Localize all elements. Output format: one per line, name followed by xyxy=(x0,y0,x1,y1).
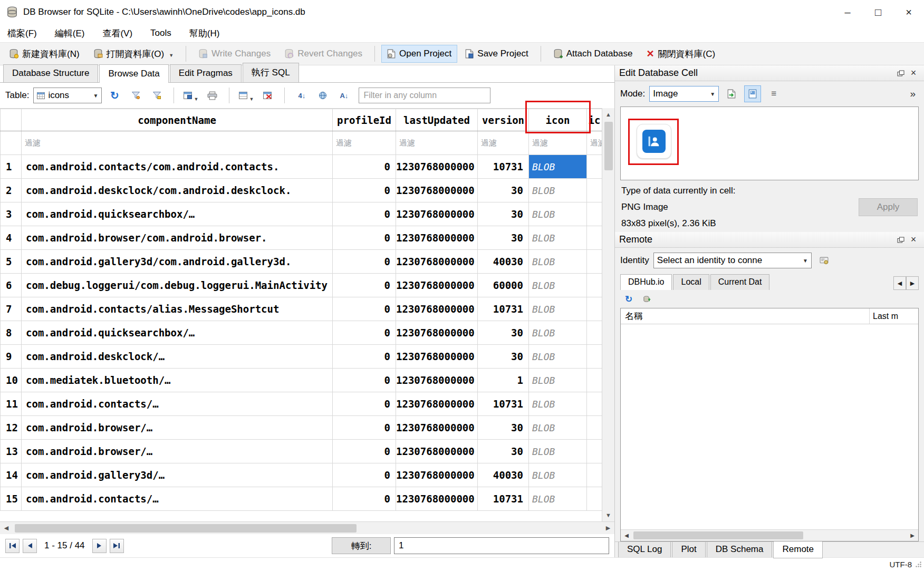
cell-icon[interactable]: BLOB xyxy=(529,463,587,487)
edit-order-button[interactable]: A↓ xyxy=(335,87,352,104)
cell-componentName[interactable]: com.android.contacts/… xyxy=(22,392,333,416)
cell-lastUpdated[interactable]: 1230768000000 xyxy=(396,321,478,345)
column-header-version[interactable]: version xyxy=(478,109,529,131)
open-project-button[interactable]: Open Project xyxy=(381,45,457,63)
cell-componentName[interactable]: com.android.gallery3d/… xyxy=(22,463,333,487)
cell-overflow[interactable] xyxy=(587,274,602,297)
row-number[interactable]: 6 xyxy=(1,274,22,297)
tab-local[interactable]: Local xyxy=(673,274,709,290)
toolbar-overflow-icon[interactable]: » xyxy=(907,88,919,100)
row-number[interactable]: 3 xyxy=(1,202,22,226)
cell-version[interactable]: 40030 xyxy=(478,463,529,487)
cell-profileId[interactable]: 0 xyxy=(333,392,396,416)
cell-componentName[interactable]: com.android.browser/… xyxy=(22,440,333,463)
cell-profileId[interactable]: 0 xyxy=(333,274,396,297)
identity-select[interactable]: Select an identity to conne ▼ xyxy=(653,253,812,268)
scroll-right-icon[interactable]: ▶ xyxy=(602,522,614,535)
float-panel-icon[interactable] xyxy=(894,67,907,79)
cell-lastUpdated[interactable]: 1230768000000 xyxy=(396,487,478,511)
cell-overflow[interactable] xyxy=(587,487,602,511)
cell-version[interactable]: 60000 xyxy=(478,274,529,297)
cell-lastUpdated[interactable]: 1230768000000 xyxy=(396,416,478,440)
cell-version[interactable]: 1 xyxy=(478,369,529,392)
first-record-button[interactable] xyxy=(5,539,20,553)
row-number[interactable]: 1 xyxy=(1,155,22,179)
cell-overflow[interactable] xyxy=(587,155,602,179)
row-number[interactable]: 14 xyxy=(1,463,22,487)
cell-icon[interactable]: BLOB xyxy=(529,345,587,369)
import-data-button[interactable] xyxy=(723,85,740,102)
cell-version[interactable]: 30 xyxy=(478,416,529,440)
image-view-button[interactable] xyxy=(744,85,761,102)
cell-componentName[interactable]: com.android.contacts/… xyxy=(22,487,333,511)
cell-profileId[interactable]: 0 xyxy=(333,440,396,463)
row-number[interactable]: 5 xyxy=(1,250,22,274)
cell-overflow[interactable] xyxy=(587,463,602,487)
cell-version[interactable]: 30 xyxy=(478,202,529,226)
scroll-up-icon[interactable]: ▲ xyxy=(602,108,615,121)
cell-componentName[interactable]: com.android.deskclock/com.android.deskcl… xyxy=(22,179,333,202)
column-filter-icon[interactable]: 過濾 xyxy=(529,131,587,155)
save-project-button[interactable]: Save Project xyxy=(459,45,534,63)
maximize-button[interactable]: □ xyxy=(863,0,893,24)
sort-asc-button[interactable]: 4↓ xyxy=(293,87,310,104)
cell-componentName[interactable]: com.android.contacts/com.android.contact… xyxy=(22,155,333,179)
cell-icon[interactable]: BLOB xyxy=(529,179,587,202)
row-number[interactable]: 10 xyxy=(1,369,22,392)
cell-componentName[interactable]: com.debug.loggerui/com.debug.loggerui.Ma… xyxy=(22,274,333,297)
scrollbar-thumb[interactable] xyxy=(604,122,613,170)
save-filter-button[interactable] xyxy=(148,87,165,104)
dock-tab-db-schema[interactable]: DB Schema xyxy=(707,542,773,558)
scrollbar-thumb[interactable] xyxy=(15,524,357,533)
cell-profileId[interactable]: 0 xyxy=(333,250,396,274)
cell-componentName[interactable]: com.android.quicksearchbox/… xyxy=(22,321,333,345)
cell-profileId[interactable]: 0 xyxy=(333,202,396,226)
write-changes-button[interactable]: Write Changes xyxy=(192,45,276,63)
horizontal-scrollbar[interactable]: ◀ ▶ xyxy=(0,521,614,534)
open-db-dropdown-icon[interactable]: ▼ xyxy=(169,53,174,60)
cell-overflow[interactable] xyxy=(587,179,602,202)
dock-tab-plot[interactable]: Plot xyxy=(672,542,705,558)
cell-componentName[interactable]: com.android.contacts/alias.MessageShortc… xyxy=(22,297,333,321)
cell-icon[interactable]: BLOB xyxy=(529,440,587,463)
cell-profileId[interactable]: 0 xyxy=(333,345,396,369)
previous-record-button[interactable] xyxy=(23,539,37,553)
remote-horizontal-scrollbar[interactable]: ◀ ▶ xyxy=(621,529,918,541)
cell-profileId[interactable]: 0 xyxy=(333,226,396,250)
tab-current-database[interactable]: Current Dat xyxy=(710,274,770,290)
remote-refresh-button[interactable]: ↻ xyxy=(622,293,635,305)
apply-button[interactable]: Apply xyxy=(859,198,918,216)
menu-view[interactable]: 查看(V) xyxy=(100,26,134,41)
cell-version[interactable]: 10731 xyxy=(478,297,529,321)
cell-overflow[interactable] xyxy=(587,369,602,392)
refresh-button[interactable]: ↻ xyxy=(106,87,123,104)
cell-icon[interactable]: BLOB xyxy=(529,250,587,274)
cell-version[interactable]: 30 xyxy=(478,440,529,463)
attach-database-button[interactable]: Attach Database xyxy=(547,45,639,63)
cell-version[interactable]: 10731 xyxy=(478,392,529,416)
open-database-button[interactable]: 打開資料庫(O) ▼ xyxy=(88,44,179,64)
column-header-profileId[interactable]: profileId xyxy=(333,109,396,131)
encoding-indicator[interactable]: UTF-8 xyxy=(890,560,912,569)
cell-profileId[interactable]: 0 xyxy=(333,155,396,179)
delete-record-button[interactable] xyxy=(259,87,276,104)
column-filter-ic[interactable]: 過濾 xyxy=(587,131,602,155)
column-filter-componentName[interactable]: 過濾 xyxy=(22,131,333,155)
cell-icon[interactable]: BLOB xyxy=(529,416,587,440)
insert-record-button[interactable]: ▼ xyxy=(238,87,255,104)
cell-profileId[interactable]: 0 xyxy=(333,369,396,392)
remote-list-body[interactable] xyxy=(621,324,918,529)
remote-push-button[interactable] xyxy=(640,293,653,305)
cell-icon[interactable]: BLOB xyxy=(529,226,587,250)
cell-icon[interactable]: BLOB xyxy=(529,487,587,511)
tab-execute-sql[interactable]: 執行 SQL xyxy=(243,63,299,82)
word-wrap-button[interactable]: ≡ xyxy=(765,85,782,102)
row-number[interactable]: 13 xyxy=(1,440,22,463)
column-header-componentName[interactable]: componentName xyxy=(22,109,333,131)
cell-overflow[interactable] xyxy=(587,226,602,250)
cell-overflow[interactable] xyxy=(587,321,602,345)
scroll-left-icon[interactable]: ◀ xyxy=(0,522,13,535)
import-identity-button[interactable] xyxy=(816,252,833,269)
cell-lastUpdated[interactable]: 1230768000000 xyxy=(396,345,478,369)
dock-tab-remote[interactable]: Remote xyxy=(773,541,823,558)
